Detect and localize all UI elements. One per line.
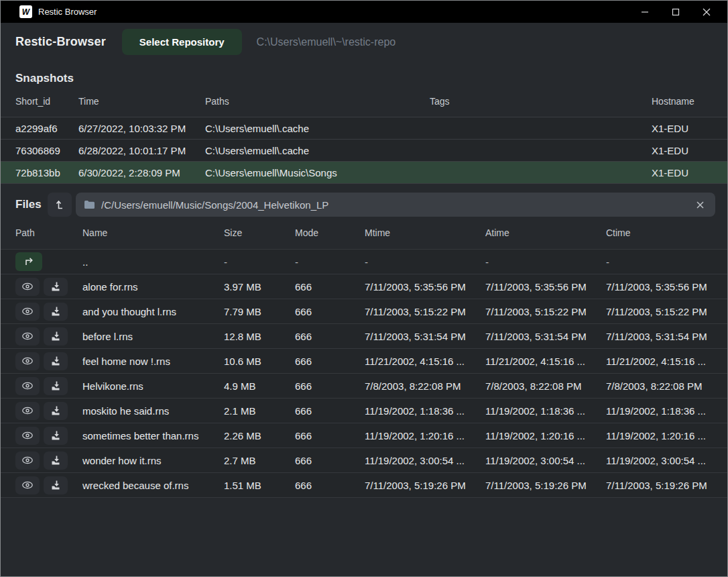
eye-icon bbox=[21, 480, 34, 490]
snapshot-row[interactable]: 76306869 6/28/2022, 10:01:17 PM C:\Users… bbox=[1, 139, 727, 161]
file-row[interactable]: and you thought l.rns 7.79 MB 666 7/11/2… bbox=[1, 299, 727, 323]
parent-directory-row[interactable]: .. - - - - - bbox=[1, 249, 727, 274]
file-mode: 666 bbox=[295, 281, 365, 293]
download-file-button[interactable] bbox=[44, 452, 68, 470]
snapshot-time: 6/28/2022, 10:01:17 PM bbox=[78, 145, 205, 156]
file-atime: 7/11/2003, 5:31:54 PM bbox=[485, 331, 606, 342]
snapshots-table-header: Short_id Time Paths Tags Hostname bbox=[1, 85, 727, 117]
folder-icon bbox=[84, 200, 95, 209]
snapshot-time: 6/27/2022, 10:03:32 PM bbox=[78, 123, 205, 134]
snapshot-short-id: 72b813bb bbox=[15, 167, 78, 178]
file-row[interactable]: before l.rns 12.8 MB 666 7/11/2003, 5:31… bbox=[1, 323, 727, 348]
col-mode: Mode bbox=[295, 227, 365, 238]
download-file-button[interactable] bbox=[44, 476, 68, 494]
clear-path-button[interactable] bbox=[693, 198, 707, 212]
file-atime: 11/19/2002, 3:00:54 ... bbox=[485, 455, 606, 466]
file-mode: 666 bbox=[295, 455, 365, 466]
view-file-button[interactable] bbox=[15, 278, 40, 296]
go-parent-button[interactable] bbox=[15, 252, 42, 271]
snapshot-paths: C:\Users\emuell\.cache bbox=[205, 123, 430, 134]
select-repository-button[interactable]: Select Repository bbox=[122, 29, 242, 55]
file-name: wonder how it.rns bbox=[82, 455, 224, 466]
snapshot-row[interactable]: a2299af6 6/27/2022, 10:03:32 PM C:\Users… bbox=[1, 117, 727, 139]
col-path: Path bbox=[15, 227, 82, 238]
file-atime: 7/11/2003, 5:19:26 PM bbox=[485, 480, 606, 491]
minimize-icon bbox=[641, 8, 649, 16]
file-row[interactable]: feel home now !.rns 10.6 MB 666 11/21/20… bbox=[1, 348, 727, 373]
file-ctime: 7/11/2003, 5:35:56 PM bbox=[606, 281, 715, 293]
download-icon bbox=[50, 405, 61, 416]
col-ctime: Ctime bbox=[606, 227, 715, 238]
view-file-button[interactable] bbox=[15, 452, 40, 470]
file-size: 2.26 MB bbox=[224, 430, 295, 441]
file-mtime: 7/11/2003, 5:19:26 PM bbox=[365, 480, 485, 491]
files-bar: Files /C/Users/emuell/Music/Songs/2004_H… bbox=[15, 193, 715, 217]
file-ctime: 7/11/2003, 5:19:26 PM bbox=[606, 480, 715, 491]
logo-letter: W bbox=[22, 8, 29, 16]
empty-area bbox=[1, 498, 727, 576]
download-icon bbox=[50, 455, 61, 466]
file-mode: 666 bbox=[295, 306, 365, 317]
file-row[interactable]: wonder how it.rns 2.7 MB 666 11/19/2002,… bbox=[1, 448, 727, 472]
download-file-button[interactable] bbox=[44, 352, 68, 370]
minimize-button[interactable] bbox=[629, 1, 660, 23]
file-atime: 7/11/2003, 5:35:56 PM bbox=[485, 281, 606, 293]
titlebar: W Restic Browser bbox=[1, 1, 727, 23]
download-file-button[interactable] bbox=[44, 402, 68, 420]
view-file-button[interactable] bbox=[15, 427, 40, 445]
col-name: Name bbox=[82, 227, 224, 238]
maximize-button[interactable] bbox=[660, 1, 691, 23]
wails-logo-icon: W bbox=[19, 5, 32, 18]
file-atime: 7/8/2003, 8:22:08 PM bbox=[485, 380, 606, 392]
file-atime: 11/19/2002, 1:18:36 ... bbox=[485, 405, 606, 417]
file-mode: 666 bbox=[295, 331, 365, 342]
file-mtime: 11/21/2002, 4:15:16 ... bbox=[365, 356, 485, 367]
app-window: W Restic Browser Restic-Browser Select R… bbox=[0, 0, 728, 577]
col-short-id: Short_id bbox=[15, 96, 78, 107]
current-path-text: /C/Users/emuell/Music/Songs/2004_Helveti… bbox=[101, 199, 693, 211]
file-row[interactable]: alone for.rns 3.97 MB 666 7/11/2003, 5:3… bbox=[1, 274, 727, 299]
col-time: Time bbox=[78, 96, 205, 107]
view-file-button[interactable] bbox=[15, 476, 40, 494]
eye-icon bbox=[21, 282, 34, 291]
download-file-button[interactable] bbox=[44, 278, 68, 296]
file-row[interactable]: Helvikone.rns 4.9 MB 666 7/8/2003, 8:22:… bbox=[1, 373, 727, 398]
file-name: wrecked because of.rns bbox=[82, 480, 224, 491]
snapshot-paths: C:\Users\emuell\Music\Songs bbox=[205, 167, 430, 178]
header: Restic-Browser Select Repository C:\User… bbox=[1, 23, 727, 61]
download-icon bbox=[50, 356, 61, 366]
download-file-button[interactable] bbox=[44, 303, 68, 321]
file-name: before l.rns bbox=[82, 331, 224, 342]
file-name: alone for.rns bbox=[82, 281, 224, 293]
eye-icon bbox=[21, 381, 34, 390]
current-path-bar[interactable]: /C/Users/emuell/Music/Songs/2004_Helveti… bbox=[76, 193, 715, 217]
download-file-button[interactable] bbox=[44, 327, 68, 346]
level-up-button[interactable] bbox=[48, 193, 72, 217]
file-row[interactable]: sometimes better than.rns 2.26 MB 666 11… bbox=[1, 423, 727, 448]
file-mtime: 7/8/2003, 8:22:08 PM bbox=[365, 380, 485, 392]
file-ctime: 7/8/2003, 8:22:08 PM bbox=[606, 380, 715, 392]
file-row[interactable]: moskito he said.rns 2.1 MB 666 11/19/200… bbox=[1, 398, 727, 423]
col-tags: Tags bbox=[430, 96, 652, 107]
download-file-button[interactable] bbox=[44, 377, 68, 395]
file-mtime: 11/19/2002, 1:20:16 ... bbox=[365, 430, 485, 441]
file-mtime: 7/11/2003, 5:15:22 PM bbox=[365, 306, 485, 317]
close-button[interactable] bbox=[691, 1, 722, 23]
col-hostname: Hostname bbox=[652, 96, 715, 107]
view-file-button[interactable] bbox=[15, 352, 40, 370]
view-file-button[interactable] bbox=[15, 303, 40, 321]
file-mode: - bbox=[295, 256, 365, 268]
file-row[interactable]: wrecked because of.rns 1.51 MB 666 7/11/… bbox=[1, 472, 727, 497]
file-size: 7.79 MB bbox=[224, 306, 295, 317]
snapshot-row[interactable]: 72b813bb 6/30/2022, 2:28:09 PM C:\Users\… bbox=[1, 161, 727, 183]
snapshots-heading: Snapshots bbox=[1, 61, 727, 85]
file-ctime: 7/11/2003, 5:15:22 PM bbox=[606, 306, 715, 317]
file-mtime: 11/19/2002, 3:00:54 ... bbox=[365, 455, 485, 466]
file-ctime: 11/19/2002, 3:00:54 ... bbox=[606, 455, 715, 466]
view-file-button[interactable] bbox=[15, 402, 40, 420]
view-file-button[interactable] bbox=[15, 327, 40, 346]
snapshot-hostname: X1-EDU bbox=[652, 145, 715, 156]
file-size: 1.51 MB bbox=[224, 480, 295, 491]
download-file-button[interactable] bbox=[44, 427, 68, 445]
view-file-button[interactable] bbox=[15, 377, 40, 395]
